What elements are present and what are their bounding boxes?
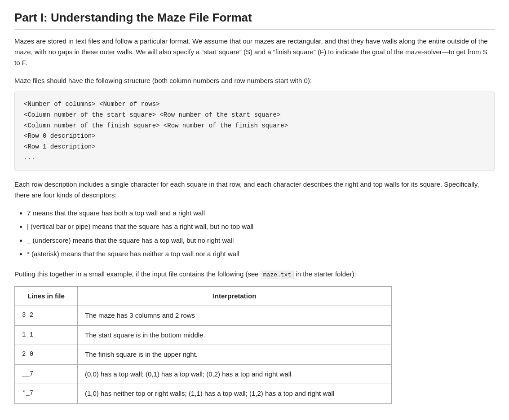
description-text: Each row description includes a single c…: [14, 179, 495, 201]
table-row: __7(0,0) has a top wall; (0,1) has a top…: [15, 364, 392, 384]
code-line-1: <Number of columns> <Number of rows>: [24, 99, 485, 110]
code-block: <Number of columns> <Number of rows> <Co…: [14, 92, 495, 171]
table-cell-interpretation: The finish square is in the upper right.: [78, 345, 392, 365]
table-cell-interpretation: The maze has 3 columns and 2 rows: [78, 306, 392, 326]
descriptor-item-3: * (asterisk) means that the square has n…: [27, 248, 495, 261]
table-cell-line: *_7: [15, 384, 78, 404]
descriptor-item-2: _ (underscore) means that the square has…: [27, 234, 495, 247]
table-row: 1 1The start square is in the bottom mid…: [15, 325, 392, 345]
col-header-interpretation: Interpretation: [78, 286, 392, 306]
table-cell-interpretation: (0,0) has a top wall; (0,1) has a top wa…: [78, 364, 392, 384]
descriptors-list: 7 means that the square has both a top w…: [27, 207, 495, 261]
code-line-4: <Row 0 description>: [24, 131, 485, 142]
table-cell-line: __7: [15, 364, 78, 384]
table-cell-line: 1 1: [15, 325, 78, 345]
page-title: Part I: Understanding the Maze File Form…: [14, 11, 495, 30]
table-row: 2 0The finish square is in the upper rig…: [15, 345, 392, 365]
putting-together-text: Putting this together in a small example…: [14, 269, 495, 280]
code-line-3: <Column number of the finish square> <Ro…: [24, 121, 485, 131]
inline-code: maze.txt: [261, 271, 294, 279]
code-line-2: <Column number of the start square> <Row…: [24, 110, 485, 121]
table-row: 3 2The maze has 3 columns and 2 rows: [15, 306, 392, 326]
putting-together-suffix: in the starter folder):: [294, 270, 356, 278]
table-header-row: Lines in file Interpretation: [15, 286, 392, 306]
table-cell-line: 3 2: [15, 306, 78, 326]
intro-paragraph: Mazes are stored in text files and follo…: [14, 36, 495, 68]
descriptor-item-1: | (vertical bar or pipe) means that the …: [27, 220, 495, 233]
code-line-5: <Row 1 description>: [24, 142, 485, 153]
table-cell-interpretation: (1,0) has neither top or right walls; (1…: [78, 384, 392, 404]
table-cell-line: 2 0: [15, 345, 78, 365]
descriptor-item-0: 7 means that the square has both a top w…: [27, 207, 495, 220]
maze-table: Lines in file Interpretation 3 2The maze…: [14, 286, 392, 404]
table-row: *_7(1,0) has neither top or right walls;…: [15, 384, 392, 404]
putting-together-prefix: Putting this together in a small example…: [14, 270, 261, 278]
col-header-lines: Lines in file: [15, 286, 78, 306]
structure-intro: Maze files should have the following str…: [14, 75, 495, 86]
table-cell-interpretation: The start square is in the bottom middle…: [78, 325, 392, 345]
code-line-6: ...: [24, 153, 485, 163]
